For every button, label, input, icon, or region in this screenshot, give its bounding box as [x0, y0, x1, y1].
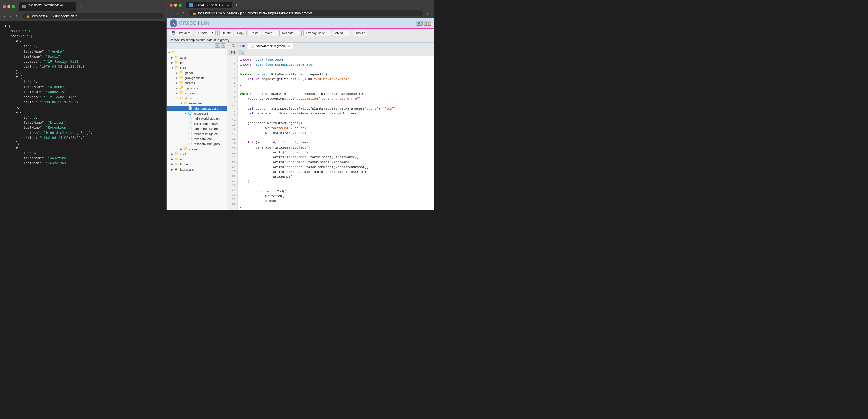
tree-item-global[interactable]: ▶ 📁 global [167, 70, 227, 75]
code-editor[interactable]: 12345 678910 1112131415 1617181920 21222… [227, 56, 434, 210]
tab-favicon: 🌐 [22, 4, 26, 8]
editor-search-icon[interactable]: 🔍 [238, 50, 245, 55]
code-line-23: .write("address", faker.address().street… [240, 165, 432, 169]
stubs-folder-icon: 📁 [179, 96, 184, 100]
tree-item-root[interactable]: ▼ 📁 / [167, 50, 227, 55]
tree-restdatastub-label: rest-data.stub.groo... [193, 142, 222, 146]
tree-item-bin[interactable]: ▶ 📁 bin [167, 60, 227, 65]
code-line-13 [240, 116, 432, 121]
tree-panel: ⟳ « ▼ 📁 / ▶ 📁 apps [167, 43, 227, 210]
code-line-27 [240, 184, 432, 189]
overlay-node-button[interactable]: Overlay Node ... [304, 30, 331, 36]
rename-button[interactable]: Rename ... [279, 30, 300, 36]
tree-item-stubs[interactable]: ▼ 📁 stubs [167, 96, 227, 101]
json-line-19: "firstName": "Kristen", [4, 120, 162, 125]
tools-button[interactable]: Tools ▾ [353, 30, 367, 36]
copy-button[interactable]: Copy [235, 30, 247, 36]
delete-button[interactable]: Delete [219, 30, 234, 36]
screens-expand-icon: ▶ [176, 92, 179, 95]
code-line-3 [240, 67, 432, 72]
conf-folder-icon: 📁 [175, 65, 179, 70]
minimize-button[interactable] [7, 5, 10, 8]
tree-sync-button[interactable]: ⟳ [215, 43, 220, 48]
root-expand-icon: ▼ [168, 51, 171, 54]
move-button[interactable]: Move ... [262, 30, 278, 36]
tree-item-hello-world[interactable]: 📄 hello-world.stub.gr... [167, 116, 227, 121]
screens-folder-icon: 📁 [179, 91, 184, 95]
bin-folder-icon: 📁 [175, 60, 179, 65]
code-line-7 [240, 87, 432, 92]
tools-dropdown-arrow: ▾ [364, 32, 365, 34]
tree-item-odd-numbers[interactable]: 📄 odd-numbers.stub.... [167, 126, 227, 131]
active-tab[interactable]: 🌐 localhost:4502/stubs/fake-da... ✕ [20, 2, 76, 11]
json-line-18: "id": 3, [4, 115, 162, 120]
tree-item-conf[interactable]: ▼ 📁 conf [167, 65, 227, 70]
left-address-bar[interactable]: 🔒 localhost:4502/stubs/fake-data [22, 13, 164, 19]
right-active-tab[interactable]: 🌐 LOCAL | CRXDE Lite ✕ [186, 2, 232, 8]
tree-randomimage-label: random-image.stu... [193, 132, 221, 135]
tree-item-screens[interactable]: ▶ 📁 screens [167, 91, 227, 96]
bookmark-button[interactable]: ☆ [425, 10, 431, 16]
tree-item-fake-data[interactable]: 📄 fake-data.stub.gro... [167, 106, 227, 111]
home-tab[interactable]: 🏠 Home [228, 43, 248, 48]
right-tab-close[interactable]: ✕ [227, 4, 229, 7]
tree-item-index[interactable]: 📄 index.stub.groovy [167, 121, 227, 126]
json-line-3: ▼ { [4, 39, 162, 44]
right-minimize-button[interactable] [174, 4, 177, 7]
tree-collapse-button[interactable]: « [221, 43, 225, 48]
save-all-button[interactable]: 💾 Save All ▾ [169, 30, 192, 36]
reload-button[interactable]: ↻ [14, 13, 20, 19]
tree-item-home[interactable]: ▶ 📁 home [167, 162, 227, 167]
new-tab-button[interactable]: + [80, 4, 82, 9]
forward-button[interactable]: › [9, 13, 12, 19]
active-editor-tab[interactable]: 📄 fake-data.stub.groovy ✕ [248, 43, 293, 49]
etc-expand-icon: ▶ [171, 158, 175, 161]
tree-item-rest-data-json[interactable]: 📄 rest-data.json [167, 136, 227, 141]
code-line-9: response.setContentType("application/jso… [240, 96, 432, 101]
code-line-5: return request.getRequestURI() == "/stub… [240, 77, 432, 82]
paste-button[interactable]: Paste [248, 30, 261, 36]
right-new-tab-button[interactable]: + [236, 3, 238, 8]
tree-item-etc[interactable]: ▶ 📁 etc [167, 157, 227, 162]
puratos-expand-icon: ▶ [176, 82, 179, 85]
close-button[interactable] [3, 5, 6, 8]
tree-item-apps[interactable]: ▶ 📁 apps [167, 55, 227, 60]
tree-item-examples[interactable]: ▼ 📁 examples [167, 101, 227, 106]
crxde-icon-btn-1[interactable]: ⚙ [416, 21, 423, 26]
editor-save-icon[interactable]: 💾 [229, 50, 237, 55]
editor-tab-close-icon[interactable]: ✕ [288, 44, 290, 47]
back-button[interactable]: ‹ [3, 13, 6, 19]
right-maximize-button[interactable] [179, 4, 182, 7]
code-line-17 [240, 135, 432, 140]
right-tab-bar: 🌐 LOCAL | CRXDE Lite ✕ + [169, 2, 431, 8]
tree-item-puratos[interactable]: ▶ 📁 puratos [167, 80, 227, 86]
maximize-button[interactable] [12, 5, 15, 8]
crxde-icon-btn-2[interactable]: 📋 [424, 21, 431, 26]
right-back-button[interactable]: ‹ [169, 10, 173, 16]
tree-item-content[interactable]: ▶ 📁 content [167, 152, 227, 157]
tree-item-random-image[interactable]: 📄 random-image.stu... [167, 131, 227, 136]
right-forward-button[interactable]: › [176, 10, 179, 16]
tree-item-rest-data-stub[interactable]: 📄 rest-data.stub.groo... [167, 141, 227, 147]
right-reload-button[interactable]: ↻ [181, 10, 187, 16]
crxde-toolbar: 💾 Save All ▾ Create ... ▾ Delete Copy Pa… [167, 29, 434, 37]
tree-index-label: index.stub.groovy [193, 122, 218, 125]
right-close-button[interactable] [169, 4, 173, 7]
tab-close-button[interactable]: ✕ [71, 5, 73, 8]
code-content[interactable]: import javax.json.Json import javax.json… [238, 56, 434, 210]
create-button[interactable]: Create ... ▾ [196, 30, 216, 36]
tree-item-jcrcontent[interactable]: ▶ 🌐 jcr:content [167, 111, 227, 116]
right-address-bar[interactable]: 🔒 localhost:4502/crx/de/index.jsp#/conf/… [189, 10, 423, 17]
tree-item-internal[interactable]: ▶ 📁 internal [167, 147, 227, 152]
tree-item-jcrsystem[interactable]: ▶ ⚙ jcr:system [167, 167, 227, 172]
crxde-logo-icon: CQ [169, 19, 178, 27]
code-line-15: .write("count", count) [240, 126, 432, 130]
tree-item-reppolicy[interactable]: ▶ 🔑 rep:policy [167, 86, 227, 91]
tree-content: ▼ 📁 / ▶ 📁 apps ▶ 📁 bin [167, 49, 227, 210]
mixins-button[interactable]: Mixins ... [332, 30, 349, 36]
tree-jcrcontent-label: jcr:content [193, 112, 208, 115]
code-line-4: boolean request(HttpServletRequest reque… [240, 72, 432, 77]
reppolicy-expand-icon: ▶ [176, 87, 179, 90]
tree-item-groovyconsole[interactable]: ▶ 📁 groovyconsole [167, 75, 227, 80]
code-line-12: def generator = Json.createGenerator(res… [240, 111, 432, 116]
